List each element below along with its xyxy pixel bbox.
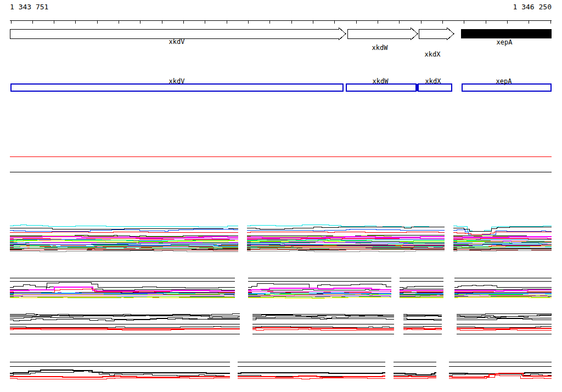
profile-line <box>454 290 552 291</box>
box-label-xkdW: xkdW <box>373 77 389 85</box>
profile-line <box>252 326 394 327</box>
gene-label-xkdW: xkdW <box>372 44 388 52</box>
profile-line <box>238 373 385 373</box>
profile-line <box>403 320 442 320</box>
profile-line <box>394 378 436 378</box>
gene-label-xepA: xepA <box>497 38 513 46</box>
gene-label-xkdV: xkdV <box>169 38 185 46</box>
profile-line <box>247 232 445 232</box>
profile-line <box>248 283 391 288</box>
profile-line <box>394 373 436 375</box>
profile-line <box>10 225 238 227</box>
genome-graphics <box>0 0 562 392</box>
profile-line <box>10 250 238 251</box>
profile-line <box>453 238 552 239</box>
profile-line <box>454 289 552 289</box>
gene-label-xkdX: xkdX <box>425 51 441 58</box>
profile-line <box>10 282 235 288</box>
gene-block-xepA[interactable] <box>461 29 552 38</box>
genome-browser-canvas: 1 343 751 1 346 250 xkdV xkdW xkdX xepA … <box>0 0 562 392</box>
profile-line <box>457 328 552 329</box>
profile-line <box>10 229 238 231</box>
profile-line <box>247 250 445 251</box>
profile-line <box>10 376 230 377</box>
box-label-xkdV: xkdV <box>169 77 185 85</box>
profile-line <box>10 313 240 315</box>
gene-arrow-xkdX[interactable] <box>419 27 454 40</box>
profile-line <box>403 329 442 329</box>
profile-line <box>457 318 552 320</box>
profile-line <box>454 285 552 287</box>
profile-line <box>10 378 230 379</box>
profile-line <box>457 326 552 327</box>
profile-line <box>403 314 442 315</box>
profile-line <box>10 370 230 373</box>
profile-line <box>400 286 443 288</box>
feature-box-divider <box>416 84 418 91</box>
profile-line <box>453 250 552 251</box>
profile-line <box>400 289 443 289</box>
profile-line <box>403 318 442 319</box>
profile-line <box>403 326 442 327</box>
profile-line <box>10 317 240 319</box>
profile-line <box>10 295 235 295</box>
profile-line <box>10 326 240 327</box>
profile-line <box>238 378 385 379</box>
profile-line <box>453 237 552 237</box>
profile-line <box>252 317 394 318</box>
profile-line <box>457 317 552 318</box>
profile-line <box>457 313 552 314</box>
gene-arrow-xkdW[interactable] <box>347 27 418 40</box>
profile-line <box>394 376 436 377</box>
profile-line <box>252 318 394 320</box>
profile-line <box>247 225 445 227</box>
profile-line <box>247 227 445 229</box>
profile-line <box>247 249 445 250</box>
box-label-xepA: xepA <box>496 77 512 85</box>
profile-line <box>457 329 552 330</box>
profile-line <box>10 240 238 242</box>
profile-line <box>10 232 238 232</box>
box-label-xkdX: xkdX <box>425 77 441 85</box>
profile-line <box>252 328 394 329</box>
profile-line <box>238 376 385 377</box>
